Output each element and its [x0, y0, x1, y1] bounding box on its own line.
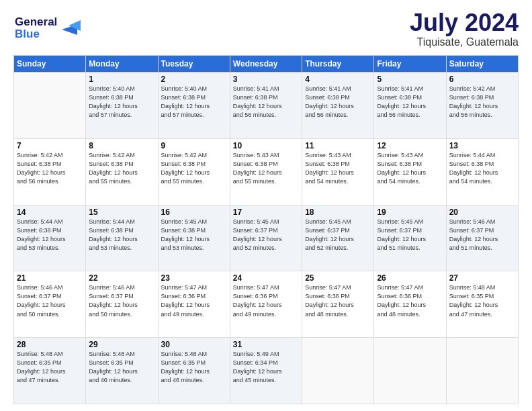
table-row: 24Sunrise: 5:47 AM Sunset: 6:36 PM Dayli…: [230, 271, 302, 338]
day-number: 14: [17, 208, 83, 217]
day-info: Sunrise: 5:42 AM Sunset: 6:38 PM Dayligh…: [161, 151, 227, 186]
day-number: 12: [377, 141, 443, 150]
day-number: 9: [161, 141, 227, 150]
day-number: 4: [305, 75, 371, 84]
day-info: Sunrise: 5:41 AM Sunset: 6:38 PM Dayligh…: [233, 85, 299, 120]
day-info: Sunrise: 5:48 AM Sunset: 6:35 PM Dayligh…: [161, 350, 227, 385]
day-number: 11: [305, 141, 371, 150]
table-row: 4Sunrise: 5:41 AM Sunset: 6:38 PM Daylig…: [302, 73, 374, 139]
day-number: 17: [233, 208, 299, 217]
day-info: Sunrise: 5:46 AM Sunset: 6:37 PM Dayligh…: [89, 283, 154, 318]
day-number: 29: [89, 340, 154, 349]
day-info: Sunrise: 5:43 AM Sunset: 6:38 PM Dayligh…: [377, 151, 443, 186]
table-row: 9Sunrise: 5:42 AM Sunset: 6:38 PM Daylig…: [158, 138, 230, 205]
table-row: 6Sunrise: 5:42 AM Sunset: 6:38 PM Daylig…: [446, 73, 518, 139]
table-row: 2Sunrise: 5:40 AM Sunset: 6:38 PM Daylig…: [158, 73, 230, 139]
table-row: 29Sunrise: 5:48 AM Sunset: 6:35 PM Dayli…: [86, 338, 158, 404]
calendar-week-4: 21Sunrise: 5:46 AM Sunset: 6:37 PM Dayli…: [14, 271, 519, 338]
day-number: 25: [305, 273, 371, 283]
page: General Blue July 2024 Tiquisate, Guatem…: [0, 0, 532, 411]
day-number: 31: [233, 340, 299, 349]
day-info: Sunrise: 5:45 AM Sunset: 6:37 PM Dayligh…: [233, 218, 299, 253]
day-info: Sunrise: 5:45 AM Sunset: 6:37 PM Dayligh…: [305, 218, 371, 253]
calendar-table: Sunday Monday Tuesday Wednesday Thursday…: [13, 55, 519, 404]
day-info: Sunrise: 5:44 AM Sunset: 6:38 PM Dayligh…: [89, 218, 154, 253]
col-saturday: Saturday: [446, 56, 518, 73]
month-title: July 2024: [410, 11, 519, 35]
table-row: 13Sunrise: 5:44 AM Sunset: 6:38 PM Dayli…: [446, 138, 518, 205]
table-row: 28Sunrise: 5:48 AM Sunset: 6:35 PM Dayli…: [14, 338, 86, 404]
day-info: Sunrise: 5:40 AM Sunset: 6:38 PM Dayligh…: [161, 85, 227, 120]
day-number: 5: [377, 75, 443, 84]
day-number: 2: [161, 75, 227, 84]
calendar-week-5: 28Sunrise: 5:48 AM Sunset: 6:35 PM Dayli…: [14, 338, 519, 404]
table-row: 5Sunrise: 5:41 AM Sunset: 6:38 PM Daylig…: [374, 73, 446, 139]
day-number: 21: [17, 273, 83, 283]
day-number: 26: [377, 273, 443, 283]
day-info: Sunrise: 5:41 AM Sunset: 6:38 PM Dayligh…: [377, 85, 443, 120]
day-number: 8: [89, 141, 154, 150]
day-number: 10: [233, 141, 299, 150]
day-info: Sunrise: 5:47 AM Sunset: 6:36 PM Dayligh…: [377, 283, 443, 318]
day-number: 20: [449, 208, 515, 217]
day-info: Sunrise: 5:42 AM Sunset: 6:38 PM Dayligh…: [17, 151, 83, 186]
table-row: 30Sunrise: 5:48 AM Sunset: 6:35 PM Dayli…: [158, 338, 230, 404]
col-thursday: Thursday: [302, 56, 374, 73]
day-info: Sunrise: 5:42 AM Sunset: 6:38 PM Dayligh…: [89, 151, 154, 186]
table-row: [302, 338, 374, 404]
header: General Blue July 2024 Tiquisate, Guatem…: [13, 11, 519, 48]
calendar-week-1: 1Sunrise: 5:40 AM Sunset: 6:38 PM Daylig…: [14, 73, 519, 139]
day-number: 24: [233, 273, 299, 283]
table-row: 17Sunrise: 5:45 AM Sunset: 6:37 PM Dayli…: [230, 205, 302, 271]
day-info: Sunrise: 5:47 AM Sunset: 6:36 PM Dayligh…: [233, 283, 299, 318]
table-row: 16Sunrise: 5:45 AM Sunset: 6:38 PM Dayli…: [158, 205, 230, 271]
day-info: Sunrise: 5:43 AM Sunset: 6:38 PM Dayligh…: [233, 151, 299, 186]
table-row: 25Sunrise: 5:47 AM Sunset: 6:36 PM Dayli…: [302, 271, 374, 338]
day-number: 27: [449, 273, 515, 283]
table-row: [374, 338, 446, 404]
table-row: 8Sunrise: 5:42 AM Sunset: 6:38 PM Daylig…: [86, 138, 158, 205]
day-info: Sunrise: 5:48 AM Sunset: 6:35 PM Dayligh…: [89, 350, 154, 385]
day-info: Sunrise: 5:47 AM Sunset: 6:36 PM Dayligh…: [161, 283, 227, 318]
day-number: 22: [89, 273, 154, 283]
location: Tiquisate, Guatemala: [410, 36, 519, 48]
day-info: Sunrise: 5:47 AM Sunset: 6:36 PM Dayligh…: [305, 283, 371, 318]
table-row: 1Sunrise: 5:40 AM Sunset: 6:38 PM Daylig…: [86, 73, 158, 139]
col-monday: Monday: [86, 56, 158, 73]
day-number: 19: [377, 208, 443, 217]
header-row: Sunday Monday Tuesday Wednesday Thursday…: [14, 56, 519, 73]
table-row: 26Sunrise: 5:47 AM Sunset: 6:36 PM Dayli…: [374, 271, 446, 338]
day-number: 18: [305, 208, 371, 217]
table-row: [14, 73, 86, 139]
day-info: Sunrise: 5:44 AM Sunset: 6:38 PM Dayligh…: [449, 151, 515, 186]
table-row: 21Sunrise: 5:46 AM Sunset: 6:37 PM Dayli…: [14, 271, 86, 338]
title-area: July 2024 Tiquisate, Guatemala: [410, 11, 519, 48]
table-row: 3Sunrise: 5:41 AM Sunset: 6:38 PM Daylig…: [230, 73, 302, 139]
table-row: 12Sunrise: 5:43 AM Sunset: 6:38 PM Dayli…: [374, 138, 446, 205]
day-info: Sunrise: 5:40 AM Sunset: 6:38 PM Dayligh…: [89, 85, 154, 120]
day-number: 7: [17, 141, 83, 150]
col-tuesday: Tuesday: [158, 56, 230, 73]
table-row: 23Sunrise: 5:47 AM Sunset: 6:36 PM Dayli…: [158, 271, 230, 338]
day-number: 1: [89, 75, 154, 84]
table-row: 18Sunrise: 5:45 AM Sunset: 6:37 PM Dayli…: [302, 205, 374, 271]
calendar-week-2: 7Sunrise: 5:42 AM Sunset: 6:38 PM Daylig…: [14, 138, 519, 205]
table-row: 19Sunrise: 5:45 AM Sunset: 6:37 PM Dayli…: [374, 205, 446, 271]
table-row: 15Sunrise: 5:44 AM Sunset: 6:38 PM Dayli…: [86, 205, 158, 271]
logo-text: General Blue: [13, 11, 87, 46]
day-info: Sunrise: 5:48 AM Sunset: 6:35 PM Dayligh…: [17, 350, 83, 385]
col-friday: Friday: [374, 56, 446, 73]
day-info: Sunrise: 5:48 AM Sunset: 6:35 PM Dayligh…: [449, 283, 515, 318]
table-row: [446, 338, 518, 404]
table-row: 31Sunrise: 5:49 AM Sunset: 6:34 PM Dayli…: [230, 338, 302, 404]
day-info: Sunrise: 5:46 AM Sunset: 6:37 PM Dayligh…: [449, 218, 515, 253]
day-info: Sunrise: 5:44 AM Sunset: 6:38 PM Dayligh…: [17, 218, 83, 253]
table-row: 11Sunrise: 5:43 AM Sunset: 6:38 PM Dayli…: [302, 138, 374, 205]
table-row: 27Sunrise: 5:48 AM Sunset: 6:35 PM Dayli…: [446, 271, 518, 338]
table-row: 7Sunrise: 5:42 AM Sunset: 6:38 PM Daylig…: [14, 138, 86, 205]
table-row: 14Sunrise: 5:44 AM Sunset: 6:38 PM Dayli…: [14, 205, 86, 271]
day-number: 16: [161, 208, 227, 217]
table-row: 22Sunrise: 5:46 AM Sunset: 6:37 PM Dayli…: [86, 271, 158, 338]
day-info: Sunrise: 5:45 AM Sunset: 6:37 PM Dayligh…: [377, 218, 443, 253]
day-info: Sunrise: 5:42 AM Sunset: 6:38 PM Dayligh…: [449, 85, 515, 120]
